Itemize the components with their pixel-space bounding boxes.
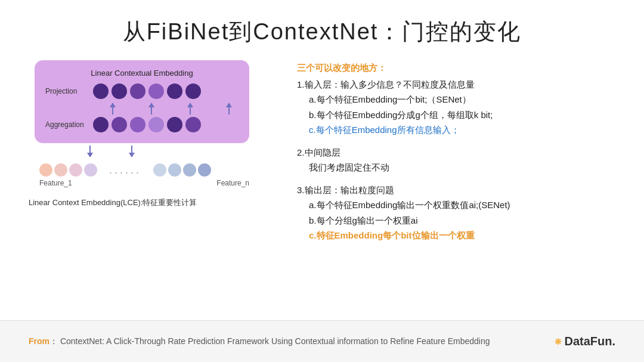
input-circle-3 [69, 163, 82, 177]
text-line-11: c.特征Embedding每个bit位输出一个权重 [297, 228, 615, 243]
text-line-8: 3.输出层：输出粒度问题 [297, 182, 615, 198]
feature-labels: Feature_1 Feature_n [35, 179, 249, 187]
input-group-1 [39, 163, 97, 177]
arrowhead-2 [148, 103, 154, 107]
arrowhead-4 [226, 103, 232, 107]
down-arrowshaft-1 [89, 146, 91, 153]
datafun-logo: ❊ DataFun. [555, 335, 615, 348]
down-arrows [87, 146, 261, 157]
diagram-caption: Linear Context Embedding(LCE):特征重要性计算 [29, 197, 197, 209]
agg-circle-2 [112, 117, 127, 132]
input-circle-5 [153, 163, 166, 177]
down-arrowhead-1 [87, 153, 93, 157]
section-header: 三个可以改变的地方： [297, 60, 615, 76]
down-arrowshaft-2 [131, 146, 132, 153]
citation: From： ContextNet: A Click-Through Rate P… [29, 335, 490, 348]
slide-container: 从FiBiNet到ContextNet：门控的变化 Linear Context… [0, 0, 644, 362]
input-circles-area: ...... [35, 163, 249, 177]
aggregation-row: Aggregation [45, 117, 239, 132]
proj-circle-1 [93, 83, 109, 99]
input-circle-2 [54, 163, 67, 177]
text-line-10: b.每个分组g输出一个权重ai [297, 213, 615, 228]
right-panel: 三个可以改变的地方： 1.输入层：输入多少信息？不同粒度及信息量 a.每个特征E… [297, 60, 615, 243]
arrow-4 [226, 103, 232, 115]
citation-body: ContextNet: A Click-Through Rate Predict… [60, 336, 490, 346]
agg-circle-6 [185, 117, 201, 132]
agg-circle-1 [93, 117, 109, 132]
page-title: 从FiBiNet到ContextNet：门控的变化 [29, 17, 615, 47]
down-arrow-1 [87, 146, 93, 157]
arrowshaft-3 [190, 107, 191, 115]
aggregation-label: Aggregation [45, 120, 93, 129]
arrowhead-1 [110, 103, 116, 107]
input-circle-4 [84, 163, 97, 177]
down-arrowhead-2 [129, 153, 135, 157]
text-line-6: 我们考虑固定住不动 [297, 160, 615, 175]
text-line-5: 2.中间隐层 [297, 145, 615, 160]
arrow-3 [187, 103, 193, 115]
agg-circle-5 [167, 117, 182, 132]
aggregation-circles [93, 117, 201, 132]
left-panel: Linear Contextual Embedding Projection [29, 60, 279, 243]
arrows-up [93, 103, 248, 115]
proj-circle-6 [185, 83, 201, 99]
datafun-text: DataFun. [564, 335, 615, 348]
input-circle-8 [198, 163, 211, 177]
arrowshaft-4 [228, 107, 230, 115]
input-circle-1 [39, 163, 52, 177]
dots: ...... [109, 164, 141, 177]
featuren-label: Feature_n [216, 179, 249, 187]
agg-circle-3 [130, 117, 145, 132]
content-area: Linear Contextual Embedding Projection [29, 60, 615, 243]
feature1-label: Feature_1 [39, 179, 72, 187]
diagram-wrapper: Linear Contextual Embedding Projection [35, 60, 261, 187]
arrowshaft-2 [151, 107, 152, 115]
text-line-3: c.每个特征Embedding所有信息输入； [297, 122, 615, 138]
proj-circle-3 [130, 83, 145, 99]
projection-row: Projection [45, 83, 239, 99]
projection-circles [93, 83, 201, 99]
arrow-1 [110, 103, 116, 115]
text-line-1: a.每个特征Embedding一个bit;（SENet） [297, 92, 615, 107]
text-line-0: 1.输入层：输入多少信息？不同粒度及信息量 [297, 77, 615, 92]
lce-box: Linear Contextual Embedding Projection [35, 60, 249, 143]
lce-label: Linear Contextual Embedding [45, 69, 239, 78]
input-circle-6 [168, 163, 181, 177]
input-group-2 [153, 163, 211, 177]
citation-colon: ： [49, 336, 58, 346]
proj-circle-2 [112, 83, 127, 99]
bottom-bar: From： ContextNet: A Click-Through Rate P… [0, 320, 644, 362]
arrow-2 [148, 103, 154, 115]
down-arrow-2 [129, 146, 135, 157]
proj-circle-4 [148, 83, 164, 99]
input-circle-7 [183, 163, 196, 177]
arrowhead-3 [187, 103, 193, 107]
citation-from-label: From [29, 336, 49, 346]
text-line-2: b.每个特征Embedding分成g个组，每组取k bit; [297, 107, 615, 123]
arrowshaft-1 [112, 107, 113, 115]
datafun-star-icon: ❊ [555, 337, 562, 346]
text-line-9: a.每个特征Embedding输出一个权重数值ai;(SENet) [297, 197, 615, 213]
proj-circle-5 [167, 83, 182, 99]
projection-label: Projection [45, 87, 93, 95]
agg-circle-4 [148, 117, 164, 132]
